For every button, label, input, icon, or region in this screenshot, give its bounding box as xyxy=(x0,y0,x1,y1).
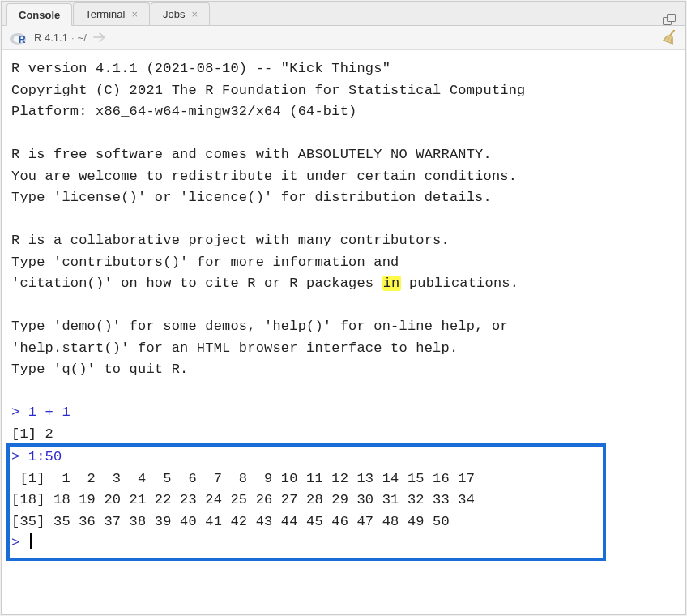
console-output[interactable]: R version 4.1.1 (2021-08-10) -- "Kick Th… xyxy=(2,50,685,614)
banner-line: 'citation()' on how to cite R or R packa… xyxy=(11,276,382,291)
popout-icon[interactable] xyxy=(663,14,676,25)
banner-line: 'help.start()' for an HTML browser inter… xyxy=(11,340,458,356)
highlighted-text: in xyxy=(382,276,401,291)
svg-text:R: R xyxy=(19,33,26,45)
working-dir-path[interactable]: ~/ xyxy=(78,32,87,44)
tab-console[interactable]: Console xyxy=(6,3,72,26)
tab-label: Jobs xyxy=(163,8,185,20)
banner-line: Copyright (C) 2021 The R Foundation for … xyxy=(11,83,526,98)
console-input-line: > 1 + 1 xyxy=(11,404,70,420)
banner-line: Type 'license()' or 'licence()' for dist… xyxy=(11,190,492,205)
console-input-line: > 1:50 xyxy=(11,449,62,464)
banner-line: Type 'contributors()' for more informati… xyxy=(11,255,399,270)
banner-line: R version 4.1.1 (2021-08-10) -- "Kick Th… xyxy=(11,61,390,76)
banner-line: publications. xyxy=(401,276,519,291)
console-output-line: [35] 35 36 37 38 39 40 41 42 43 44 45 46… xyxy=(11,514,450,529)
console-pane: Console Terminal × Jobs × R R 4.1.1 · ~/ xyxy=(1,1,686,615)
banner-line: R is a collaborative project with many c… xyxy=(11,233,450,248)
separator-dot: · xyxy=(71,32,75,44)
console-prompt[interactable]: > xyxy=(11,535,28,550)
clear-console-icon[interactable] xyxy=(662,28,680,48)
go-arrow-icon[interactable] xyxy=(93,32,106,45)
r-logo-icon: R xyxy=(10,31,28,45)
banner-line: R is free software and comes with ABSOLU… xyxy=(11,147,492,162)
highlight-box: > 1:50 [1] 1 2 3 4 5 6 7 8 9 10 11 12 13… xyxy=(6,443,606,561)
tab-bar: Console Terminal × Jobs × xyxy=(2,2,685,26)
console-output-line: [1] 2 xyxy=(11,426,53,442)
console-output-line: [18] 18 19 20 21 22 23 24 25 26 27 28 29… xyxy=(11,492,475,507)
tab-label: Console xyxy=(19,9,60,21)
console-info-bar: R R 4.1.1 · ~/ xyxy=(2,26,685,50)
tab-jobs[interactable]: Jobs × xyxy=(151,2,210,25)
close-icon[interactable]: × xyxy=(131,8,138,20)
tab-label: Terminal xyxy=(85,8,125,20)
console-text: R version 4.1.1 (2021-08-10) -- "Kick Th… xyxy=(11,58,676,561)
console-output-line: [1] 1 2 3 4 5 6 7 8 9 10 11 12 13 14 15 … xyxy=(11,471,475,486)
version-text: R 4.1.1 xyxy=(34,32,68,44)
close-icon[interactable]: × xyxy=(191,8,198,20)
banner-line: Type 'demo()' for some demos, 'help()' f… xyxy=(11,319,509,334)
tab-terminal[interactable]: Terminal × xyxy=(73,2,150,25)
text-cursor xyxy=(30,533,32,549)
banner-line: Platform: x86_64-w64-mingw32/x64 (64-bit… xyxy=(11,104,356,119)
banner-line: Type 'q()' to quit R. xyxy=(11,361,188,377)
banner-line: You are welcome to redistribute it under… xyxy=(11,169,517,184)
svg-line-3 xyxy=(670,29,675,36)
r-version-label: R 4.1.1 · ~/ xyxy=(34,32,87,44)
